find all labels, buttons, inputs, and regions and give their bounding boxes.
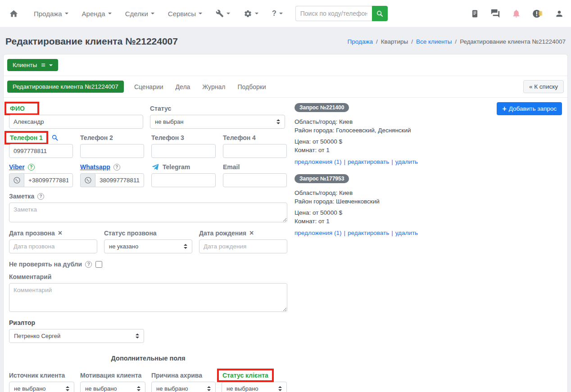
request-offers-link[interactable]: предложения (1) xyxy=(295,230,341,236)
note-textarea[interactable] xyxy=(9,203,287,222)
nav-item-services[interactable]: Сервисы xyxy=(168,10,202,18)
viber-input[interactable] xyxy=(24,173,73,187)
viber-help-icon[interactable]: ? xyxy=(28,164,35,171)
phone2-input[interactable] xyxy=(80,144,144,158)
comment-label: Комментарий xyxy=(9,273,287,280)
client-source-select[interactable]: не выбрано xyxy=(9,382,74,392)
tab-collections[interactable]: Подборки xyxy=(237,83,266,90)
journal-icon[interactable] xyxy=(471,9,479,18)
request-offers-link[interactable]: предложения (1) xyxy=(295,158,341,165)
archive-reason-label: Причина ахрива xyxy=(151,372,216,379)
phone1-label: Телефон 1 xyxy=(10,134,43,141)
tab-scenarios[interactable]: Сценарии xyxy=(134,83,163,90)
links-separator: | xyxy=(391,230,393,236)
nav-item-sales[interactable]: Продажа xyxy=(34,10,68,18)
select-arrows-icon xyxy=(207,386,211,391)
whatsapp-link[interactable]: Whatsapp xyxy=(80,163,110,171)
home-icon[interactable] xyxy=(9,9,18,18)
fio-input[interactable] xyxy=(9,115,143,129)
email-input[interactable] xyxy=(223,173,287,187)
call-status-select[interactable]: не указано xyxy=(104,239,192,253)
chats-icon[interactable] xyxy=(490,9,501,18)
search-button[interactable] xyxy=(372,6,388,21)
birth-date-input[interactable] xyxy=(199,239,287,253)
breadcrumb-link-all-clients[interactable]: Все клиенты xyxy=(416,38,452,45)
gear-icon xyxy=(244,9,252,18)
note-help-icon[interactable]: ? xyxy=(37,193,44,200)
request-rooms: Комнат: от 1 xyxy=(295,147,562,153)
client-status-select[interactable]: не выбрано xyxy=(222,382,287,392)
nav-item-help[interactable]: ? xyxy=(272,9,283,18)
request-district: Район города: Шевченковский xyxy=(295,198,562,205)
archive-reason-select[interactable]: не выбрано xyxy=(151,382,216,392)
nav-label: Сделки xyxy=(125,10,148,18)
viber-link[interactable]: Viber xyxy=(9,163,25,171)
plus-icon: + xyxy=(502,105,506,113)
client-motivation-select[interactable]: не выбрано xyxy=(80,382,145,392)
nav-item-deals[interactable]: Сделки xyxy=(125,10,154,18)
tab-edit-client[interactable]: Редактирование клиента №21224007 xyxy=(7,81,124,93)
phone1-input[interactable] xyxy=(9,144,73,158)
client-source-label: Источник клиента xyxy=(9,372,74,379)
telegram-label: Telegram xyxy=(151,163,216,171)
whatsapp-phone-icon xyxy=(80,173,95,187)
clear-call-date-icon[interactable]: × xyxy=(58,230,62,237)
help-icon: ? xyxy=(272,9,276,18)
add-request-button[interactable]: +Добавить запрос xyxy=(497,102,562,115)
alert-badge xyxy=(539,11,542,16)
nav-item-rent[interactable]: Аренда xyxy=(82,10,112,18)
request-edit-link[interactable]: редактировать xyxy=(348,230,389,236)
request-edit-link[interactable]: редактировать xyxy=(348,158,389,165)
main-menu: Продажа Аренда Сделки Сервисы ? xyxy=(34,9,283,18)
highlight-box-client-status: Статус клієнта xyxy=(217,369,274,382)
phone3-input[interactable] xyxy=(151,144,216,158)
request-region: Область/город: Киев xyxy=(295,189,562,196)
clear-birth-date-icon[interactable]: × xyxy=(249,230,254,237)
status-select[interactable]: не выбран xyxy=(150,115,285,129)
wrench-icon xyxy=(216,9,224,18)
alerts-icon[interactable] xyxy=(532,9,544,18)
chevron-down-icon xyxy=(227,13,230,14)
highlight-box-fio: ФИО xyxy=(5,102,39,115)
tab-tasks[interactable]: Дела xyxy=(176,83,190,90)
tab-journal[interactable]: Журнал xyxy=(202,83,225,90)
phone-search-icon[interactable] xyxy=(51,134,59,141)
search-input[interactable] xyxy=(295,6,372,21)
request-delete-link[interactable]: удалить xyxy=(395,158,418,165)
chevron-down-icon xyxy=(255,13,258,14)
realtor-select[interactable]: Петренко Сергей xyxy=(9,329,144,343)
fio-label: ФИО xyxy=(10,105,25,112)
notifications-bell-icon[interactable] xyxy=(512,9,521,18)
no-duplicates-checkbox[interactable] xyxy=(95,261,102,268)
no-duplicates-help-icon[interactable]: ? xyxy=(85,261,92,268)
breadcrumb-separator: / xyxy=(376,38,378,45)
comment-textarea[interactable] xyxy=(9,283,287,312)
email-label: Email xyxy=(223,163,287,171)
request-delete-link[interactable]: удалить xyxy=(395,230,418,236)
whatsapp-input[interactable] xyxy=(95,173,144,187)
links-separator: | xyxy=(391,158,393,165)
user-icon[interactable] xyxy=(555,9,564,18)
clients-button-label: Клиенты xyxy=(13,62,37,68)
viber-phone-icon xyxy=(9,173,24,187)
whatsapp-help-icon[interactable]: ? xyxy=(113,164,120,171)
search-icon xyxy=(376,10,384,18)
back-to-list-button[interactable]: « К списку xyxy=(523,80,564,93)
request-price: Цена: от 50000 $ xyxy=(295,138,562,145)
page-title: Редактирование клиента №21224007 xyxy=(5,36,178,47)
links-separator: | xyxy=(344,230,345,236)
request-badge: Запрос №221400 xyxy=(295,103,349,112)
clients-menu-button[interactable]: Клиенты ≡ xyxy=(7,59,58,71)
phone4-input[interactable] xyxy=(223,144,287,158)
telegram-icon xyxy=(151,163,159,171)
select-arrows-icon xyxy=(276,119,280,124)
nav-item-tools[interactable] xyxy=(216,9,230,18)
select-arrows-icon xyxy=(66,386,69,391)
breadcrumb-link-sales[interactable]: Продажа xyxy=(348,38,373,45)
breadcrumb-apartments: Квартиры xyxy=(381,38,408,45)
chevron-down-icon xyxy=(108,13,112,14)
call-date-input[interactable] xyxy=(9,239,97,253)
telegram-input[interactable] xyxy=(151,173,216,187)
nav-item-settings[interactable] xyxy=(244,9,258,18)
links-separator: | xyxy=(344,158,345,165)
